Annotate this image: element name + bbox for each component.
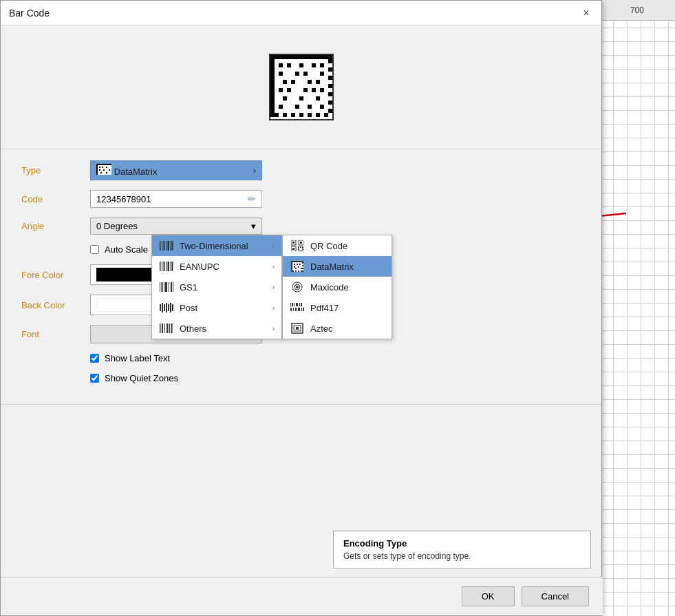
svg-rect-43: [295, 105, 299, 109]
svg-rect-71: [160, 282, 160, 292]
pdf417-icon: [290, 302, 305, 313]
svg-rect-49: [99, 167, 100, 168]
submenu-item-maxicode[interactable]: Maxicode: [283, 277, 392, 297]
auto-scale-checkbox[interactable]: [90, 245, 99, 254]
svg-rect-106: [302, 262, 303, 264]
menu-item-gs1[interactable]: GS1 ›: [152, 277, 281, 297]
svg-rect-36: [303, 88, 308, 92]
two-dimensional-label: Two-Dimensional: [180, 241, 248, 251]
svg-rect-20: [324, 113, 328, 117]
svg-rect-42: [279, 105, 283, 109]
dialog-title-text: Bar Code: [9, 8, 50, 19]
submenu-item-pdf417[interactable]: Pdf417: [283, 297, 392, 318]
submenu-item-datamatrix[interactable]: DataMatrix: [283, 256, 392, 277]
svg-rect-82: [168, 304, 169, 311]
svg-rect-115: [297, 264, 298, 265]
svg-rect-85: [160, 323, 161, 333]
two-dimensional-icon: [159, 240, 174, 251]
svg-rect-110: [292, 270, 294, 272]
edit-icon[interactable]: ✏: [248, 193, 256, 204]
gs1-chevron-icon: ›: [272, 284, 275, 291]
svg-rect-129: [301, 303, 302, 306]
svg-rect-27: [295, 72, 299, 76]
svg-rect-125: [292, 303, 293, 306]
qr-code-icon: [290, 240, 305, 251]
menu-item-two-dimensional[interactable]: Two-Dimensional ›: [152, 235, 281, 256]
svg-rect-135: [303, 308, 304, 311]
show-label-text-checkbox[interactable]: [90, 354, 99, 363]
menu-item-post[interactable]: Post ›: [152, 297, 281, 318]
svg-rect-61: [168, 241, 170, 251]
angle-select-button[interactable]: 0 Degrees ▾: [90, 217, 262, 235]
svg-rect-10: [328, 84, 332, 88]
svg-rect-80: [164, 304, 165, 311]
angle-chevron-icon: ▾: [251, 221, 256, 231]
qr-code-label: QR Code: [310, 241, 347, 251]
code-input[interactable]: [96, 194, 248, 204]
ok-button[interactable]: OK: [462, 586, 515, 606]
submenu-item-qr-code[interactable]: QR Code: [283, 235, 392, 256]
svg-rect-138: [296, 327, 299, 330]
svg-rect-40: [299, 96, 303, 100]
show-quiet-zones-checkbox[interactable]: [90, 374, 99, 383]
svg-rect-48: [96, 164, 98, 175]
svg-rect-102: [298, 251, 303, 251]
type-select-button[interactable]: DataMatrix ›: [90, 160, 262, 180]
svg-rect-12: [328, 100, 332, 105]
barcode-preview-area: [1, 25, 601, 149]
svg-rect-41: [316, 96, 320, 100]
close-button[interactable]: ×: [579, 6, 593, 20]
svg-rect-60: [166, 241, 167, 251]
svg-rect-65: [162, 262, 162, 271]
svg-rect-45: [320, 105, 324, 109]
svg-rect-79: [162, 303, 163, 312]
two-dimensional-chevron-icon: ›: [272, 242, 275, 250]
svg-rect-98: [300, 246, 301, 248]
svg-rect-55: [100, 172, 102, 173]
svg-rect-58: [162, 241, 162, 251]
svg-rect-63: [172, 241, 173, 251]
fore-color-label: Fore Color: [21, 270, 90, 280]
svg-rect-66: [164, 262, 165, 271]
svg-rect-100: [298, 248, 299, 250]
svg-rect-74: [165, 282, 167, 292]
svg-rect-99: [302, 246, 303, 248]
code-label: Code: [21, 194, 90, 204]
dropdown-overlay: Two-Dimensional ›: [151, 235, 392, 339]
svg-rect-62: [171, 241, 171, 251]
font-label: Font: [21, 329, 90, 339]
show-quiet-zones-label: Show Quiet Zones: [105, 373, 178, 383]
svg-rect-126: [294, 303, 294, 306]
datamatrix-mini-icon: [96, 164, 111, 175]
code-control: ✏: [90, 190, 262, 208]
menu-item-others[interactable]: Others ›: [152, 318, 281, 339]
svg-rect-127: [296, 303, 298, 306]
barcode-image: [269, 54, 334, 120]
cancel-button[interactable]: Cancel: [522, 586, 589, 606]
show-label-text-label: Show Label Text: [105, 353, 170, 363]
svg-rect-75: [169, 282, 169, 292]
svg-rect-134: [301, 308, 302, 311]
submenu-item-aztec[interactable]: Aztec: [283, 318, 392, 339]
auto-scale-label: Auto Scale: [105, 244, 148, 255]
svg-rect-67: [166, 262, 167, 271]
svg-rect-114: [294, 264, 295, 265]
code-input-wrapper: ✏: [90, 190, 262, 208]
dialog-footer: OK Cancel: [1, 577, 603, 615]
svg-rect-35: [287, 88, 291, 92]
type-value: DataMatrix: [114, 167, 158, 177]
menu-item-ean-upc[interactable]: EAN\UPC ›: [152, 256, 281, 277]
svg-rect-26: [279, 72, 283, 76]
pdf417-label: Pdf417: [310, 303, 339, 313]
ean-upc-chevron-icon: ›: [272, 263, 275, 270]
svg-rect-118: [298, 266, 299, 268]
aztec-icon: [290, 323, 305, 334]
svg-rect-34: [279, 88, 283, 92]
svg-rect-90: [171, 323, 173, 333]
svg-rect-104: [291, 261, 303, 262]
svg-rect-97: [298, 246, 299, 248]
type-chevron-icon: ›: [253, 165, 256, 176]
post-chevron-icon: ›: [272, 304, 275, 312]
maxicode-icon: [290, 282, 305, 293]
svg-rect-5: [270, 55, 332, 59]
